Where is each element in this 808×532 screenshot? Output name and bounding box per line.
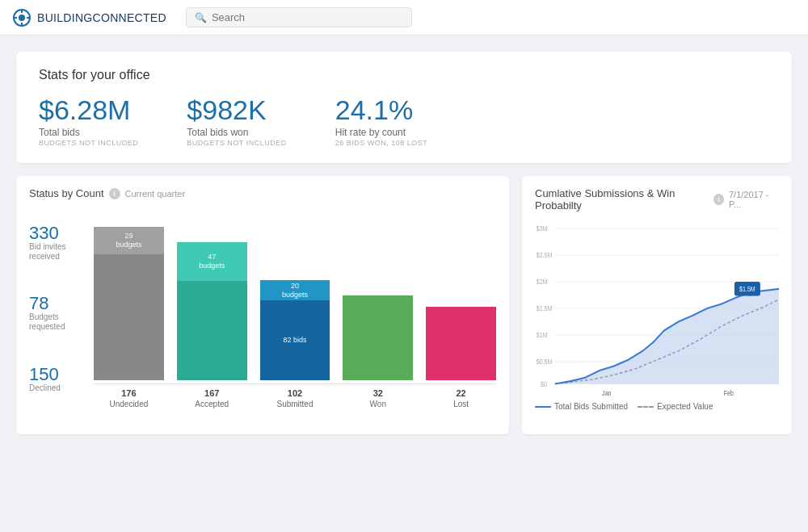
left-stat-invites-label: Bid invitesreceived xyxy=(29,242,84,262)
left-stat-budgets-num: 78 xyxy=(29,295,84,312)
cumulative-chart-svg: $3M $2.5M $2M $1.5M $1M $0.5M $0 xyxy=(535,220,779,397)
stat-hit-rate-value: 24.1% xyxy=(335,95,428,125)
bar-segment-3-0 xyxy=(343,295,413,380)
bar-label-3: 32Won xyxy=(343,387,413,409)
logo-text: BUILDINGCONNECTED xyxy=(37,11,166,24)
bar-group-4 xyxy=(426,307,496,380)
status-chart-card: Status by Count i Current quarter 330 Bi… xyxy=(16,176,509,434)
svg-text:$0: $0 xyxy=(541,380,547,388)
search-input[interactable] xyxy=(212,11,403,23)
bar-chart-container: 330 Bid invitesreceived 78 Budgetsreques… xyxy=(29,207,496,409)
bars-wrapper: 29budgets47budgets20budgets82 bids xyxy=(94,207,496,384)
logo: BUILDINGCONNECTED xyxy=(13,9,166,27)
stat-hit-rate-label: Hit rate by count xyxy=(335,127,428,138)
cumulative-chart-card: Cumlative Submissions & Win Probabilty i… xyxy=(522,176,792,434)
bar-label-0: 176Undecided xyxy=(94,387,164,409)
bar-stack-1: 47budgets xyxy=(177,242,247,380)
bar-chart-left-stats: 330 Bid invitesreceived 78 Budgetsreques… xyxy=(29,207,94,409)
main-content: Stats for your office $6.28M Total bids … xyxy=(0,36,808,532)
stat-total-bids-sublabel: BUDGETS NOT INCLUDED xyxy=(39,139,138,147)
bar-group-3 xyxy=(343,295,413,380)
legend-total-bids: Total Bids Submitted xyxy=(535,402,628,411)
bar-segment-0-0: 29budgets xyxy=(94,227,164,254)
chart-legend: Total Bids Submitted Expected Value xyxy=(535,402,779,411)
svg-text:$1.5M: $1.5M xyxy=(537,305,553,313)
bar-stack-4 xyxy=(426,307,496,380)
bar-segment-1-1 xyxy=(177,281,247,380)
left-stat-declined-num: 150 xyxy=(29,366,84,383)
stat-total-bids-value: $6.28M xyxy=(39,95,138,125)
status-chart-title: Status by Count xyxy=(29,187,104,199)
logo-icon xyxy=(13,9,31,27)
stat-hit-rate: 24.1% Hit rate by count 26 BIDS WON, 108… xyxy=(335,95,428,147)
cumulative-chart-header: Cumlative Submissions & Win Probabilty i… xyxy=(535,187,779,212)
bar-segment-2-1: 82 bids xyxy=(260,300,330,380)
bar-stack-0: 29budgets xyxy=(94,227,164,380)
svg-text:Jan: Jan xyxy=(602,389,611,397)
stat-total-bids-label: Total bids xyxy=(39,127,138,138)
status-chart-header: Status by Count i Current quarter xyxy=(29,187,496,199)
stats-row: $6.28M Total bids BUDGETS NOT INCLUDED $… xyxy=(39,95,769,147)
left-stat-invites: 330 Bid invitesreceived xyxy=(29,224,84,262)
legend-expected-value-label: Expected Value xyxy=(657,402,713,411)
stat-hit-rate-sublabel: 26 BIDS WON, 108 LOST xyxy=(335,139,428,147)
bar-label-1: 167Accepted xyxy=(177,387,247,409)
bar-segment-2-0: 20budgets xyxy=(260,280,330,300)
bar-segment-4-0 xyxy=(426,307,496,380)
left-stat-declined-label: Declined xyxy=(29,383,84,393)
bar-group-1: 47budgets xyxy=(177,242,247,380)
bar-chart-area: 29budgets47budgets20budgets82 bids 176Un… xyxy=(94,207,496,409)
search-icon: 🔍 xyxy=(195,12,207,23)
cumulative-chart-area: $3M $2.5M $2M $1.5M $1M $0.5M $0 xyxy=(535,220,779,397)
legend-total-bids-line xyxy=(535,406,551,408)
app-header: BUILDINGCONNECTED 🔍 xyxy=(0,0,808,36)
bar-stack-3 xyxy=(343,295,413,380)
svg-marker-20 xyxy=(555,289,779,384)
svg-point-1 xyxy=(19,15,25,21)
status-chart-subtitle: Current quarter xyxy=(125,189,186,199)
cumulative-chart-title: Cumlative Submissions & Win Probabilty xyxy=(535,187,709,212)
stat-bids-won-sublabel: BUDGETS NOT INCLUDED xyxy=(187,139,286,147)
legend-expected-value-line xyxy=(638,406,654,408)
stats-card: Stats for your office $6.28M Total bids … xyxy=(16,52,792,163)
svg-text:$0.5M: $0.5M xyxy=(537,358,553,367)
svg-text:$2.5M: $2.5M xyxy=(537,252,553,260)
left-stat-budgets-label: Budgetsrequested xyxy=(29,312,84,332)
bar-group-0: 29budgets xyxy=(94,227,164,380)
legend-total-bids-label: Total Bids Submitted xyxy=(554,402,628,411)
stats-title: Stats for your office xyxy=(39,68,769,82)
left-stat-invites-num: 330 xyxy=(29,224,84,242)
search-bar[interactable]: 🔍 xyxy=(186,7,412,27)
bar-stack-2: 20budgets82 bids xyxy=(260,280,330,380)
left-stat-budgets: 78 Budgetsrequested xyxy=(29,295,84,332)
cumulative-chart-info-icon[interactable]: i xyxy=(713,194,724,205)
bar-group-2: 20budgets82 bids xyxy=(260,280,330,380)
svg-text:Feb: Feb xyxy=(724,389,734,397)
svg-text:$1.5M: $1.5M xyxy=(739,286,755,294)
stat-bids-won-value: $982K xyxy=(187,95,286,125)
svg-text:$3M: $3M xyxy=(537,225,548,233)
legend-expected-value: Expected Value xyxy=(638,402,713,411)
status-chart-info-icon[interactable]: i xyxy=(109,188,120,199)
bar-segment-1-0: 47budgets xyxy=(177,242,247,281)
bar-label-2: 102Submitted xyxy=(260,387,330,409)
stat-bids-won: $982K Total bids won BUDGETS NOT INCLUDE… xyxy=(187,95,286,147)
bar-labels-row: 176Undecided167Accepted102Submitted32Won… xyxy=(94,387,496,409)
bar-label-4: 22Lost xyxy=(426,387,496,409)
svg-text:$1M: $1M xyxy=(537,332,548,340)
left-stat-declined: 150 Declined xyxy=(29,366,84,393)
cumulative-chart-subtitle: 7/1/2017 - P... xyxy=(729,190,779,209)
stat-bids-won-label: Total bids won xyxy=(187,127,286,138)
stat-total-bids: $6.28M Total bids BUDGETS NOT INCLUDED xyxy=(39,95,138,147)
charts-row: Status by Count i Current quarter 330 Bi… xyxy=(16,176,792,434)
svg-text:$2M: $2M xyxy=(537,279,548,287)
bar-segment-0-1 xyxy=(94,254,164,380)
